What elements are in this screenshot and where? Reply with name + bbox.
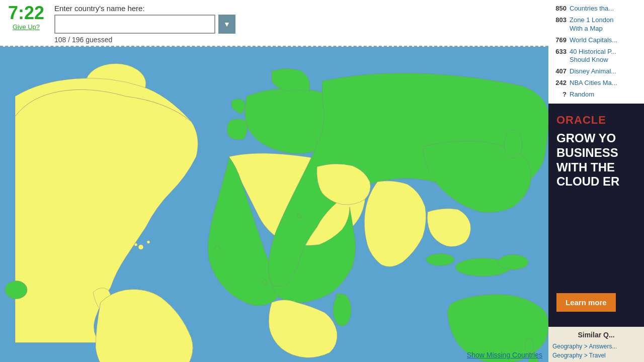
svg-point-4 [134, 243, 137, 246]
dropdown-button[interactable]: ▼ [218, 15, 235, 34]
svg-point-9 [498, 255, 528, 270]
quiz-item-5: 407 Disney Animal... [548, 66, 644, 77]
show-missing-button[interactable]: Show Missing Countries [467, 351, 542, 359]
quiz-count-3: 769 [552, 36, 567, 45]
quiz-link-3[interactable]: World Capitals... [570, 36, 617, 45]
quiz-link-5[interactable]: Disney Animal... [570, 67, 616, 76]
country-input[interactable] [54, 15, 215, 34]
quiz-item-2: 803 Zone 1 LondonWith a Map [548, 15, 644, 35]
quiz-count-7: ? [552, 90, 567, 99]
quiz-count-1: 850 [552, 5, 567, 13]
similar-title: Similar Q... [552, 331, 640, 339]
quiz-link-2[interactable]: Zone 1 LondonWith a Map [570, 16, 613, 33]
similar-link-1[interactable]: Geography > Answers... [552, 342, 640, 351]
ad-headline: GROW YOBUSINESSWITH THECLOUD ER [556, 131, 636, 189]
quiz-link-6[interactable]: NBA Cities Ma... [570, 79, 617, 87]
svg-point-2 [138, 245, 143, 250]
svg-point-7 [504, 130, 522, 158]
progress-text: 108 / 196 guessed [54, 36, 542, 44]
main-content: 7:22 Give Up? Enter country's name here:… [0, 0, 548, 362]
input-row: ▼ [54, 15, 542, 34]
input-area: Enter country's name here: ▼ 108 / 196 g… [54, 4, 542, 44]
quiz-count-4: 633 [552, 48, 567, 56]
ad-brand: ORACLE [556, 114, 606, 127]
quiz-link-random[interactable]: Random [570, 90, 594, 99]
quiz-item-3: 769 World Capitals... [548, 35, 644, 46]
quiz-item-1: 850 Countries tha... [548, 3, 644, 15]
quiz-count-2: 803 [552, 16, 567, 25]
sidebar: 850 Countries tha... 803 Zone 1 LondonWi… [548, 0, 644, 362]
svg-point-15 [297, 214, 301, 218]
quiz-item-7: ? Random [548, 89, 644, 101]
svg-point-5 [5, 281, 27, 299]
quiz-link-4[interactable]: 40 Historical P...Should Know [570, 48, 616, 65]
svg-point-10 [426, 254, 454, 266]
quiz-item-4: 633 40 Historical P...Should Know [548, 46, 644, 66]
svg-point-16 [336, 294, 340, 298]
quiz-item-6: 242 NBA Cities Ma... [548, 77, 644, 89]
similar-quizzes: Similar Q... Geography > Answers... Geog… [548, 327, 644, 362]
timer-area: 7:22 Give Up? [6, 4, 46, 32]
svg-point-14 [262, 280, 267, 285]
header-area: 7:22 Give Up? Enter country's name here:… [0, 0, 548, 46]
input-label: Enter country's name here: [54, 4, 542, 13]
quiz-link-1[interactable]: Countries tha... [570, 5, 614, 13]
ad-learn-more-button[interactable]: Learn more [556, 293, 616, 312]
timer-display: 7:22 [8, 4, 44, 22]
svg-point-3 [147, 241, 150, 244]
quiz-count-5: 407 [552, 67, 567, 76]
svg-point-6 [333, 294, 351, 326]
give-up-button[interactable]: Give Up? [13, 22, 40, 32]
quiz-count-6: 242 [552, 79, 567, 87]
ad-area: ORACLE GROW YOBUSINESSWITH THECLOUD ER L… [548, 104, 644, 327]
svg-point-12 [525, 338, 533, 352]
world-map [0, 47, 548, 362]
map-container: Show Missing Countries [0, 47, 548, 362]
similar-link-2[interactable]: Geography > Travel [552, 351, 640, 360]
quiz-list: 850 Countries tha... 803 Zone 1 LondonWi… [548, 0, 644, 104]
svg-point-13 [215, 246, 220, 251]
